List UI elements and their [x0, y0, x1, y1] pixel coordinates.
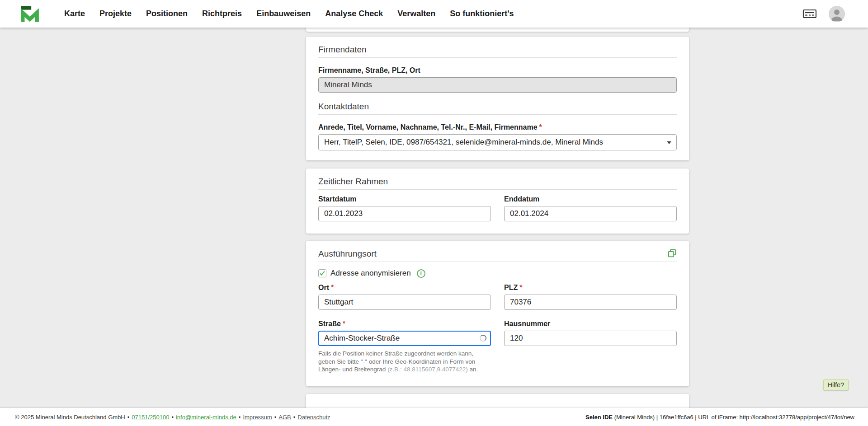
footer-impressum-link[interactable]: Impressum — [243, 414, 272, 421]
ort-input[interactable] — [318, 295, 491, 310]
strasse-field: Straße * Falls die Position keiner Straß… — [318, 320, 491, 374]
main-nav: Karte Projekte Positionen Richtpreis Ein… — [64, 9, 514, 19]
enddatum-field: Enddatum — [504, 195, 677, 221]
kontakt-select-value: Herr, TitelP, Selen, IDE, 0987/654321, s… — [324, 138, 603, 147]
startdatum-label: Startdatum — [318, 195, 491, 203]
company-field-label: Firmenname, Straße, PLZ, Ort — [318, 66, 677, 75]
mineral-minds-logo-icon[interactable] — [20, 4, 40, 24]
divider — [318, 262, 677, 262]
divider — [318, 114, 677, 115]
ausfuehrungsort-title: Ausführungsort — [318, 241, 377, 259]
required-indicator: * — [519, 284, 522, 292]
startdatum-label-text: Startdatum — [318, 195, 356, 203]
company-input — [318, 77, 677, 93]
nav-item-so-funktionierts[interactable]: So funktioniert's — [450, 9, 514, 19]
card-zeitlicher-rahmen: Zeitlicher Rahmen Startdatum Enddatum — [306, 169, 689, 234]
divider — [318, 57, 677, 58]
enddatum-label: Enddatum — [504, 195, 677, 203]
card-firmendaten: Firmendaten Firmenname, Straße, PLZ, Ort… — [306, 37, 689, 160]
hausnummer-input[interactable] — [504, 331, 677, 346]
company-field-label-text: Firmenname, Straße, PLZ, Ort — [318, 66, 420, 75]
hausnummer-label-text: Hausnummer — [504, 320, 550, 328]
ort-label-text: Ort — [318, 284, 329, 292]
enddatum-input[interactable] — [504, 206, 677, 221]
startdatum-field: Startdatum — [318, 195, 491, 221]
footer-app-info: Selen IDE (Mineral Minds) | 16fae1ffc6a6… — [585, 414, 854, 421]
required-indicator: * — [539, 123, 542, 131]
helper-text-coords: (z.B.: 48.8115607,9.4077422) — [387, 366, 468, 373]
footer-email-link[interactable]: info@mineral-minds.de — [176, 414, 236, 421]
footer-agb-link[interactable]: AGB — [278, 414, 291, 421]
footer-separator: • — [274, 414, 277, 421]
nav-item-verwalten[interactable]: Verwalten — [397, 9, 435, 19]
user-avatar[interactable] — [829, 6, 845, 22]
footer-copyright: © 2025 Mineral Minds Deutschland GmbH — [15, 414, 125, 421]
info-icon[interactable]: i — [417, 269, 425, 278]
plz-input[interactable] — [504, 295, 677, 310]
divider — [318, 189, 677, 190]
plz-field: PLZ * — [504, 284, 677, 310]
footer: © 2025 Mineral Minds Deutschland GmbH • … — [0, 408, 868, 426]
strasse-label: Straße * — [318, 320, 491, 328]
kontaktdaten-title: Kontaktdaten — [318, 93, 677, 112]
server-icon[interactable] — [802, 8, 817, 20]
kontakt-field-label-text: Anrede, Titel, Vorname, Nachname, Tel.-N… — [318, 123, 538, 131]
ort-field: Ort * — [318, 284, 491, 310]
plz-label-text: PLZ — [504, 284, 518, 292]
footer-phone-link[interactable]: 07151/250100 — [132, 414, 169, 421]
kontakt-field-label: Anrede, Titel, Vorname, Nachname, Tel.-N… — [318, 123, 677, 131]
card-ausfuehrungsort: Ausführungsort Adresse anonymisieren i — [306, 241, 689, 386]
required-indicator: * — [343, 320, 345, 328]
footer-separator: • — [127, 414, 130, 421]
footer-separator: • — [293, 414, 296, 421]
nav-item-positionen[interactable]: Positionen — [146, 9, 188, 19]
nav-item-karte[interactable]: Karte — [64, 9, 85, 19]
top-navbar: Karte Projekte Positionen Richtpreis Ein… — [0, 0, 868, 28]
anonymisieren-checkbox[interactable] — [318, 269, 326, 277]
required-indicator: * — [331, 284, 334, 292]
strasse-input[interactable] — [318, 331, 491, 346]
footer-separator: • — [171, 414, 174, 421]
kontakt-select[interactable]: Herr, TitelP, Selen, IDE, 0987/654321, s… — [318, 134, 677, 150]
checkmark-icon — [319, 270, 326, 276]
hausnummer-field: Hausnummer — [504, 320, 677, 374]
topbar-right — [802, 6, 845, 22]
page: Karte Projekte Positionen Richtpreis Ein… — [0, 0, 868, 426]
chevron-down-icon — [667, 141, 671, 144]
strasse-helper-text: Falls die Position keiner Straße zugeord… — [318, 350, 491, 374]
footer-left: © 2025 Mineral Minds Deutschland GmbH • … — [15, 414, 330, 421]
help-button[interactable]: Hilfe? — [823, 379, 849, 390]
hausnummer-label: Hausnummer — [504, 320, 677, 328]
strasse-label-text: Straße — [318, 320, 341, 328]
enddatum-label-text: Enddatum — [504, 195, 539, 203]
nav-item-analyse-check[interactable]: Analyse Check — [325, 9, 383, 19]
footer-separator: • — [239, 414, 241, 421]
copy-icon[interactable] — [667, 248, 677, 258]
nav-item-einbauweisen[interactable]: Einbauweisen — [256, 9, 311, 19]
loading-spinner-icon — [480, 335, 486, 342]
footer-app-name: Selen IDE — [585, 414, 613, 421]
nav-item-projekte[interactable]: Projekte — [99, 9, 132, 19]
zeitraum-title: Zeitlicher Rahmen — [318, 169, 677, 187]
nav-item-richtpreis[interactable]: Richtpreis — [202, 9, 242, 19]
startdatum-input[interactable] — [318, 206, 491, 221]
anonymisieren-label: Adresse anonymisieren — [330, 269, 411, 278]
helper-text-end: an. — [468, 366, 478, 373]
firmendaten-title: Firmendaten — [318, 37, 677, 55]
footer-datenschutz-link[interactable]: Datenschutz — [297, 414, 330, 421]
plz-label: PLZ * — [504, 284, 677, 292]
ort-label: Ort * — [318, 284, 491, 292]
footer-app-details: (Mineral Minds) | 16fae1ffc6a6 | URL of … — [613, 414, 854, 421]
